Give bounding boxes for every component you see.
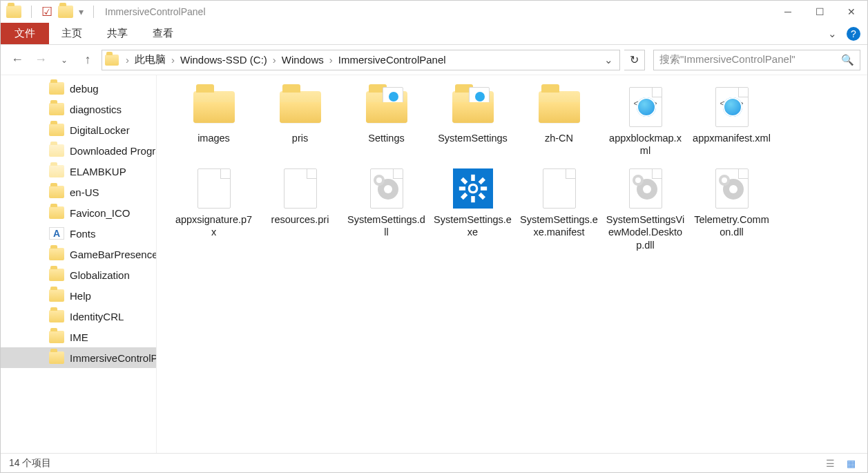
- tree-item-label: diagnostics: [70, 104, 122, 115]
- search-icon[interactable]: 🔍: [841, 54, 854, 66]
- tree-item[interactable]: DigitalLocker: [1, 119, 156, 140]
- xml-file-icon: <>: [629, 87, 662, 127]
- chevron-right-icon[interactable]: ›: [124, 54, 131, 66]
- tree-view[interactable]: debugdiagnosticsDigitalLockerDownloaded …: [1, 75, 157, 453]
- exe-file-icon: [453, 168, 493, 209]
- folder-icon: [49, 269, 64, 281]
- svg-rect-8: [478, 177, 485, 184]
- qat-dropdown-icon[interactable]: ▾: [79, 6, 84, 17]
- svg-rect-2: [471, 196, 475, 202]
- file-item-label: SystemSettings.dll: [347, 213, 426, 238]
- folder-icon: [58, 6, 73, 18]
- chevron-right-icon[interactable]: ›: [271, 54, 278, 66]
- breadcrumb[interactable]: ImmersiveControlPanel: [334, 54, 450, 66]
- up-button[interactable]: ↑: [78, 50, 97, 70]
- close-button[interactable]: ✕: [836, 1, 867, 22]
- tree-item[interactable]: IME: [1, 327, 156, 347]
- file-item[interactable]: SystemSettings.exe.manifest: [516, 164, 602, 258]
- svg-rect-5: [460, 177, 467, 184]
- file-item[interactable]: zh-CN: [516, 82, 602, 164]
- file-item[interactable]: resources.pri: [257, 164, 343, 258]
- svg-rect-4: [481, 187, 487, 191]
- status-bar: 14 个项目 ☰ ▦: [1, 453, 867, 472]
- folder-icon: [49, 331, 64, 343]
- svg-rect-7: [460, 193, 467, 200]
- folder-icon: [49, 248, 64, 260]
- tree-item-label: ImmersiveControlPanel: [70, 352, 156, 364]
- tree-item[interactable]: debug: [1, 78, 156, 99]
- tree-item[interactable]: Help: [1, 285, 156, 306]
- tree-item[interactable]: en-US: [1, 182, 156, 202]
- tree-item[interactable]: GameBarPresenceWriter: [1, 244, 156, 264]
- recent-locations-icon[interactable]: ⌄: [55, 50, 74, 70]
- file-item[interactable]: SystemSettings.dll: [343, 164, 430, 258]
- tree-item-label: en-US: [70, 186, 99, 198]
- chevron-right-icon[interactable]: ›: [328, 54, 334, 66]
- ribbon: 文件 主页 共享 查看 ⌄ ?: [1, 23, 867, 45]
- folder-icon: [49, 124, 64, 136]
- separator: [31, 6, 32, 18]
- tab-view[interactable]: 查看: [140, 23, 186, 44]
- tree-item[interactable]: ELAMBKUP: [1, 161, 156, 182]
- back-button[interactable]: ←: [8, 50, 27, 70]
- help-button[interactable]: ?: [847, 27, 860, 41]
- file-item-label: appxsignature.p7x: [174, 213, 253, 238]
- file-item-label: SystemSettings: [438, 132, 508, 144]
- dll-file-icon: [370, 168, 403, 209]
- file-tab[interactable]: 文件: [1, 23, 49, 44]
- titlebar: ☑ ▾ ImmersiveControlPanel ─ ☐ ✕: [1, 1, 867, 23]
- file-item-label: resources.pri: [271, 213, 329, 226]
- address-dropdown-icon[interactable]: ⌄: [600, 54, 617, 66]
- file-item[interactable]: images: [171, 82, 257, 164]
- file-item-label: SystemSettings.exe: [433, 213, 512, 238]
- properties-icon[interactable]: ☑: [41, 4, 52, 19]
- address-bar[interactable]: › 此电脑 › Windows-SSD (C:) › Windows › Imm…: [102, 50, 620, 70]
- tab-share[interactable]: 共享: [95, 23, 140, 44]
- tree-item-label: Help: [70, 290, 91, 302]
- tree-item-label: IME: [70, 331, 88, 343]
- details-view-button[interactable]: ☰: [822, 456, 838, 470]
- file-item[interactable]: pris: [257, 82, 343, 164]
- icons-view-button[interactable]: ▦: [842, 456, 859, 470]
- file-item-label: SystemSettings.exe.manifest: [519, 213, 599, 238]
- forward-button[interactable]: →: [31, 50, 50, 70]
- nav-bar: ← → ⌄ ↑ › 此电脑 › Windows-SSD (C:) › Windo…: [1, 45, 867, 75]
- ribbon-expand-icon[interactable]: ⌄: [821, 23, 844, 44]
- file-item[interactable]: Telemetry.Common.dll: [688, 164, 775, 258]
- file-item[interactable]: SystemSettingsViewModel.Desktop.dll: [602, 164, 688, 258]
- breadcrumb[interactable]: Windows-SSD (C:): [176, 54, 271, 66]
- svg-rect-3: [459, 187, 465, 191]
- file-item[interactable]: Settings: [343, 82, 430, 164]
- dll-file-icon: [629, 168, 662, 209]
- window-title: ImmersiveControlPanel: [105, 6, 206, 17]
- file-item[interactable]: SystemSettings: [430, 82, 516, 164]
- tree-item-label: Globalization: [70, 269, 130, 281]
- tree-item[interactable]: ImmersiveControlPanel: [1, 347, 156, 368]
- file-item[interactable]: SystemSettings.exe: [430, 164, 516, 258]
- file-item-label: appxblockmap.xml: [606, 132, 685, 157]
- file-item[interactable]: <>appxblockmap.xml: [602, 82, 688, 164]
- chevron-right-icon[interactable]: ›: [170, 54, 176, 66]
- file-item-label: appxmanifest.xml: [693, 132, 771, 144]
- tree-item[interactable]: diagnostics: [1, 99, 156, 119]
- refresh-button[interactable]: ↻: [624, 50, 645, 70]
- tree-item[interactable]: IdentityCRL: [1, 306, 156, 327]
- file-item-label: Telemetry.Common.dll: [692, 213, 771, 238]
- tree-item-label: GameBarPresenceWriter: [70, 249, 156, 260]
- breadcrumb[interactable]: 此电脑: [131, 53, 170, 66]
- tree-item[interactable]: Favicon_ICO: [1, 202, 156, 223]
- minimize-button[interactable]: ─: [772, 1, 804, 22]
- search-input[interactable]: 搜索"ImmersiveControlPanel" 🔍: [653, 50, 860, 70]
- content-pane[interactable]: imagesprisSettingsSystemSettingszh-CN<>a…: [157, 75, 867, 453]
- tree-item-label: DigitalLocker: [70, 124, 130, 136]
- folder-icon: [6, 6, 21, 18]
- breadcrumb[interactable]: Windows: [278, 54, 328, 66]
- tree-item[interactable]: Downloaded Program Files: [1, 140, 156, 161]
- file-item[interactable]: <>appxmanifest.xml: [688, 82, 775, 164]
- maximize-button[interactable]: ☐: [804, 1, 836, 22]
- tree-item[interactable]: AFonts: [1, 223, 156, 244]
- tab-home[interactable]: 主页: [49, 23, 95, 44]
- separator: [93, 6, 94, 18]
- tree-item[interactable]: Globalization: [1, 264, 156, 285]
- file-item[interactable]: appxsignature.p7x: [171, 164, 257, 258]
